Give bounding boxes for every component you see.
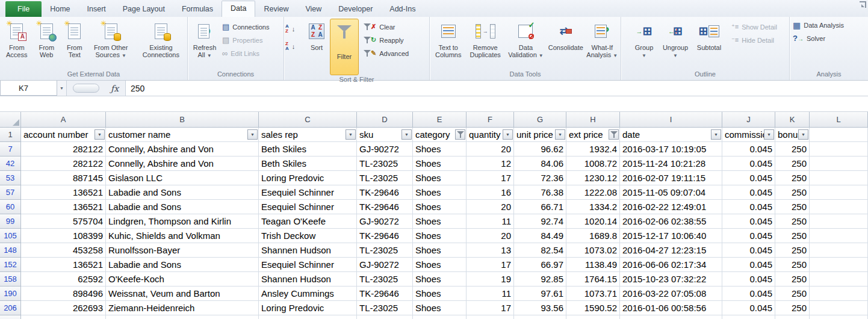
- name-box-dropdown-icon[interactable]: ▼: [57, 81, 67, 96]
- cell[interactable]: Shoes: [413, 243, 467, 258]
- header-cell-empty[interactable]: [810, 128, 868, 142]
- cell[interactable]: 282122: [21, 142, 106, 156]
- subtotal-button[interactable]: ⊞ Subtotal: [692, 19, 726, 52]
- header-cell-ext-price[interactable]: ext price: [566, 128, 620, 142]
- cell[interactable]: 12: [467, 156, 514, 171]
- formula-input[interactable]: 250: [126, 81, 868, 96]
- row-header-148[interactable]: 148: [0, 243, 21, 258]
- cell[interactable]: 250: [775, 156, 810, 171]
- column-header-L[interactable]: L: [810, 112, 868, 128]
- cell[interactable]: 20: [467, 229, 514, 243]
- cell[interactable]: Gislason LLC: [106, 171, 259, 185]
- cell[interactable]: 0.045: [722, 185, 775, 200]
- tab-add-ins[interactable]: Add-Ins: [381, 2, 424, 17]
- cell[interactable]: [810, 315, 868, 319]
- cell[interactable]: 0.045: [722, 142, 775, 156]
- cell[interactable]: 17: [467, 171, 514, 185]
- cell[interactable]: 93.56: [514, 301, 566, 315]
- cell[interactable]: 92.85: [514, 272, 566, 286]
- filter-dropdown-button[interactable]: ▼: [711, 129, 721, 140]
- cell[interactable]: 250: [775, 142, 810, 156]
- cell[interactable]: 575704: [21, 214, 106, 229]
- cell[interactable]: [810, 272, 868, 286]
- cell[interactable]: TK-29646: [357, 286, 413, 301]
- what-if-analysis-button[interactable]: ? What-If Analysis ▼: [585, 19, 619, 61]
- row-header-99[interactable]: 99: [0, 214, 21, 229]
- clear-filter-button[interactable]: ✗ Clear: [362, 22, 411, 32]
- cell[interactable]: 1230.12: [566, 171, 620, 185]
- header-cell-quantity[interactable]: quantity▼: [467, 128, 514, 142]
- cell[interactable]: Trish Deckow: [259, 229, 357, 243]
- cell[interactable]: 0.045: [722, 301, 775, 315]
- cell[interactable]: [810, 185, 868, 200]
- cell[interactable]: 66.71: [514, 200, 566, 214]
- tab-insert[interactable]: Insert: [79, 2, 114, 17]
- cell[interactable]: TK-29646: [357, 315, 413, 319]
- header-cell-customer-name[interactable]: customer name▼: [106, 128, 259, 142]
- cell[interactable]: 2016-03-22 07:05:08: [620, 286, 722, 301]
- cell[interactable]: 84.15: [514, 315, 566, 319]
- cell[interactable]: Connelly, Abshire and Von: [106, 156, 259, 171]
- cell[interactable]: 13: [467, 243, 514, 258]
- cell[interactable]: 66.97: [514, 258, 566, 272]
- filter-button[interactable]: Filter: [330, 19, 359, 75]
- cell[interactable]: TK-29646: [357, 229, 413, 243]
- cell[interactable]: TL-23025: [357, 301, 413, 315]
- cell[interactable]: 1590.52: [566, 301, 620, 315]
- filter-dropdown-button[interactable]: ▼: [798, 129, 808, 140]
- cell[interactable]: Shoes: [413, 142, 467, 156]
- cell[interactable]: Shoes: [413, 200, 467, 214]
- cell[interactable]: Labadie and Sons: [106, 200, 259, 214]
- cell[interactable]: 0.045: [722, 286, 775, 301]
- header-cell-sku[interactable]: sku▼: [357, 128, 413, 142]
- cell[interactable]: 1683: [566, 315, 620, 319]
- cell[interactable]: 2015-12-17 10:06:40: [620, 229, 722, 243]
- filter-dropdown-button[interactable]: ▼: [503, 129, 513, 140]
- refresh-all-button[interactable]: ↻ Refresh All ▼: [189, 19, 220, 61]
- cell[interactable]: TL-23025: [357, 272, 413, 286]
- filter-dropdown-button[interactable]: ▼: [247, 129, 258, 140]
- cell[interactable]: 136521: [21, 185, 106, 200]
- row-header-60[interactable]: 60: [0, 200, 21, 214]
- cell[interactable]: 1764.15: [566, 272, 620, 286]
- cell[interactable]: Esequiel Schinner: [259, 315, 357, 319]
- cell[interactable]: 250: [775, 214, 810, 229]
- cell[interactable]: 0.045: [722, 243, 775, 258]
- filter-dropdown-button[interactable]: ▼: [764, 129, 774, 140]
- row-header-7[interactable]: 7: [0, 142, 21, 156]
- cell[interactable]: [810, 171, 868, 185]
- cell[interactable]: 0.045: [722, 214, 775, 229]
- cell[interactable]: [810, 301, 868, 315]
- cell[interactable]: 250: [775, 258, 810, 272]
- column-header-K[interactable]: K: [775, 112, 810, 128]
- select-all-corner[interactable]: [0, 112, 21, 128]
- name-box[interactable]: K7: [0, 81, 57, 96]
- cell[interactable]: 20: [467, 142, 514, 156]
- cell[interactable]: Shoes: [413, 185, 467, 200]
- cell[interactable]: 1138.49: [566, 258, 620, 272]
- data-analysis-button[interactable]: ▦ Data Analysis: [791, 20, 846, 30]
- from-access-button[interactable]: ✳A From Access: [1, 19, 33, 60]
- cell[interactable]: Lindgren, Thompson and Kirlin: [106, 214, 259, 229]
- tab-developer[interactable]: Developer: [330, 2, 381, 17]
- existing-connections-button[interactable]: Existing Connections: [136, 19, 186, 60]
- cell[interactable]: 1334.2: [566, 200, 620, 214]
- cell[interactable]: 0.045: [722, 258, 775, 272]
- cell[interactable]: 92.74: [514, 214, 566, 229]
- cell[interactable]: 250: [775, 185, 810, 200]
- column-header-B[interactable]: B: [106, 112, 259, 128]
- cell[interactable]: Shoes: [413, 272, 467, 286]
- column-header-F[interactable]: F: [467, 112, 514, 128]
- row-header-277[interactable]: 277: [0, 315, 21, 319]
- cell[interactable]: Shoes: [413, 315, 467, 319]
- header-cell-date[interactable]: date▼: [620, 128, 722, 142]
- remove-duplicates-button[interactable]: → Remove Duplicates: [465, 19, 504, 60]
- cell[interactable]: Connelly, Abshire and Von: [106, 142, 259, 156]
- cell[interactable]: 250: [775, 286, 810, 301]
- cell[interactable]: Kuhic, Shields and Volkman: [106, 229, 259, 243]
- cell[interactable]: GJ-90272: [357, 214, 413, 229]
- cell[interactable]: Beth Skiles: [259, 156, 357, 171]
- column-header-H[interactable]: H: [566, 112, 620, 128]
- tab-file[interactable]: File: [5, 1, 42, 17]
- column-header-I[interactable]: I: [620, 112, 722, 128]
